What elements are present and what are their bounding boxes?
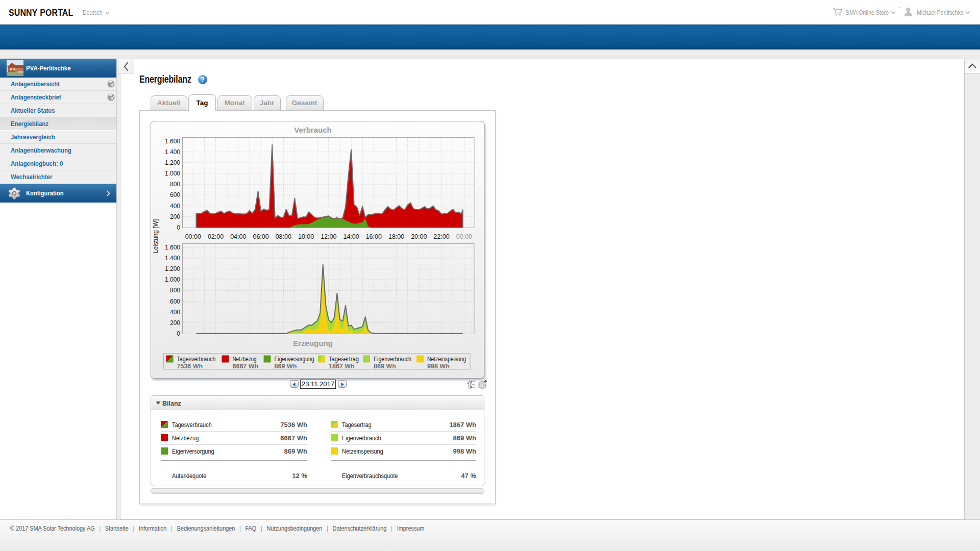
svg-text:22:00: 22:00 xyxy=(433,233,449,240)
svg-text:7536 Wh: 7536 Wh xyxy=(177,363,203,370)
svg-text:200: 200 xyxy=(169,319,180,326)
svg-text:Eigenversorgung: Eigenversorgung xyxy=(274,355,314,363)
svg-text:04:00: 04:00 xyxy=(230,233,246,240)
svg-text:869 Wh: 869 Wh xyxy=(374,363,396,370)
svg-text:Tagesverbrauch: Tagesverbrauch xyxy=(177,355,215,363)
svg-text:400: 400 xyxy=(169,202,180,209)
svg-text:1.400: 1.400 xyxy=(164,255,180,262)
svg-text:6667 Wh: 6667 Wh xyxy=(232,363,258,370)
svg-text:1.600: 1.600 xyxy=(164,244,180,251)
svg-text:998 Wh: 998 Wh xyxy=(427,363,450,370)
svg-text:20:00: 20:00 xyxy=(411,233,427,240)
svg-text:Erzeugung: Erzeugung xyxy=(293,339,333,347)
svg-text:1.200: 1.200 xyxy=(164,265,180,272)
svg-text:Netzbezug: Netzbezug xyxy=(232,355,256,363)
svg-text:00:00: 00:00 xyxy=(456,233,472,240)
svg-text:600: 600 xyxy=(169,191,180,198)
svg-text:14:00: 14:00 xyxy=(343,233,359,240)
svg-text:1.000: 1.000 xyxy=(164,276,180,283)
svg-text:18:00: 18:00 xyxy=(388,233,404,240)
svg-text:10:00: 10:00 xyxy=(298,233,313,240)
svg-text:200: 200 xyxy=(169,213,180,220)
svg-text:0: 0 xyxy=(177,330,180,337)
svg-text:Tagesertrag: Tagesertrag xyxy=(329,355,359,363)
svg-text:1.200: 1.200 xyxy=(164,159,180,166)
svg-text:869 Wh: 869 Wh xyxy=(274,363,297,370)
svg-text:600: 600 xyxy=(169,297,180,305)
svg-text:02:00: 02:00 xyxy=(207,233,223,240)
svg-text:1867 Wh: 1867 Wh xyxy=(329,363,355,370)
svg-text:Netzeinspeisung: Netzeinspeisung xyxy=(427,355,466,363)
svg-text:400: 400 xyxy=(169,308,180,315)
svg-text:08:00: 08:00 xyxy=(275,233,291,240)
svg-text:Leistung [W]: Leistung [W] xyxy=(152,219,159,253)
svg-text:16:00: 16:00 xyxy=(365,233,381,240)
svg-text:06:00: 06:00 xyxy=(253,233,268,240)
svg-text:1.000: 1.000 xyxy=(164,170,180,177)
svg-text:800: 800 xyxy=(169,181,180,188)
svg-text:800: 800 xyxy=(169,287,180,294)
svg-text:00:00: 00:00 xyxy=(185,233,201,240)
svg-text:Verbrauch: Verbrauch xyxy=(294,126,331,134)
svg-text:0: 0 xyxy=(177,224,180,231)
svg-text:1.600: 1.600 xyxy=(164,137,180,144)
svg-text:12:00: 12:00 xyxy=(321,233,336,240)
svg-text:1.400: 1.400 xyxy=(164,148,180,155)
svg-text:Eigenverbrauch: Eigenverbrauch xyxy=(374,355,411,363)
